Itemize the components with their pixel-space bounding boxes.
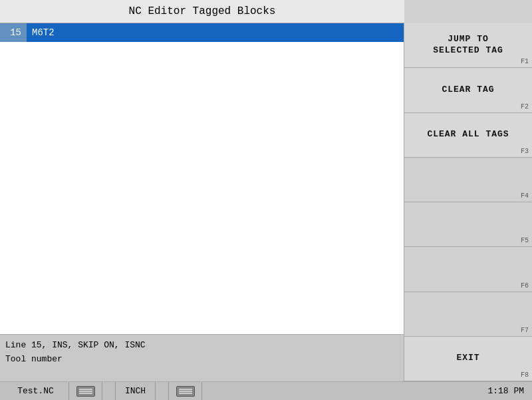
fn-key-f1: F1 xyxy=(521,58,529,65)
fn-button-f5: F5 xyxy=(404,202,532,247)
kbd-icon-right xyxy=(176,386,195,397)
fn-key-f5: F5 xyxy=(521,237,529,244)
tag-list: 15M6T2 xyxy=(0,23,404,335)
inch-mode: INCH xyxy=(116,382,156,400)
time-display: 1:18 PM xyxy=(202,382,529,400)
fn-button-f8[interactable]: EXITF8 xyxy=(404,337,532,381)
tag-content: M6T2 xyxy=(27,23,404,42)
fn-label-f1: JUMP TOSELECTED TAG xyxy=(433,34,503,57)
fn-key-f2: F2 xyxy=(521,103,529,110)
keyboard-icon-2 xyxy=(169,382,202,400)
status-area: Line 15, INS, SKIP ON, ISNC Tool number xyxy=(0,335,404,381)
fn-key-f8: F8 xyxy=(521,371,529,379)
fn-key-f7: F7 xyxy=(521,327,529,334)
spacer2 xyxy=(156,382,169,400)
left-panel: 15M6T2 Line 15, INS, SKIP ON, ISNC Tool … xyxy=(0,23,404,381)
spacer1 xyxy=(102,382,116,400)
fn-label-f3: CLEAR ALL TAGS xyxy=(427,129,509,140)
kbd-icon-left xyxy=(76,386,95,397)
status-line2: Tool number xyxy=(5,353,398,367)
fn-button-f2[interactable]: CLEAR TAGF2 xyxy=(404,68,532,112)
fn-button-f4: F4 xyxy=(404,158,532,202)
tag-row[interactable]: 15M6T2 xyxy=(0,23,404,42)
status-line1: Line 15, INS, SKIP ON, ISNC xyxy=(5,339,398,353)
filename-display: Test.NC xyxy=(3,382,69,400)
right-panel: JUMP TOSELECTED TAGF1CLEAR TAGF2CLEAR AL… xyxy=(404,23,532,381)
fn-key-f4: F4 xyxy=(521,192,529,200)
fn-button-f3[interactable]: CLEAR ALL TAGSF3 xyxy=(404,113,532,158)
fn-button-f7: F7 xyxy=(404,292,532,337)
tag-number: 15 xyxy=(0,23,27,42)
window-title: NC Editor Tagged Blocks xyxy=(0,0,404,23)
fn-label-f2: CLEAR TAG xyxy=(442,85,494,96)
bottom-bar: Test.NC INCH 1:18 PM xyxy=(0,381,532,400)
fn-label-f8: EXIT xyxy=(456,353,479,364)
fn-key-f6: F6 xyxy=(521,282,529,290)
keyboard-icon-1 xyxy=(69,382,102,400)
fn-button-f1[interactable]: JUMP TOSELECTED TAGF1 xyxy=(404,23,532,68)
fn-key-f3: F3 xyxy=(521,148,529,155)
fn-button-f6: F6 xyxy=(404,247,532,292)
